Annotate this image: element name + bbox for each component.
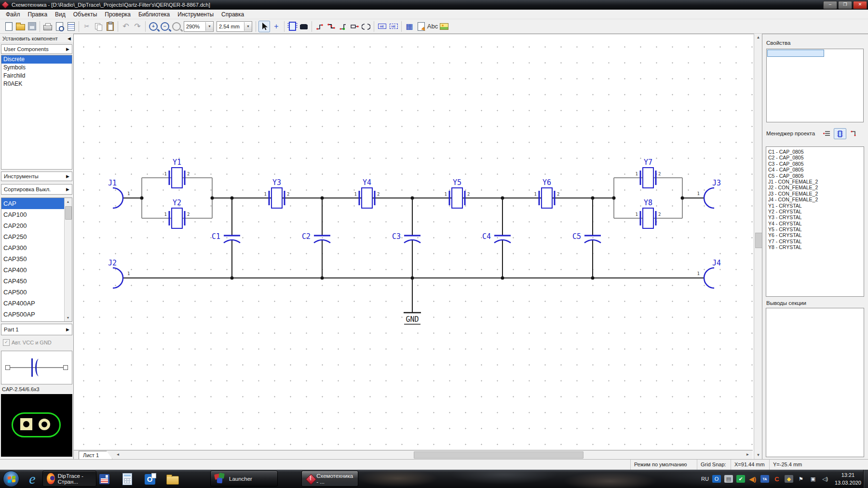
copy-icon[interactable] (93, 21, 104, 32)
sort-selector[interactable]: Сортировка Выкл. ▶ (1, 184, 72, 195)
spreadsheet-icon[interactable]: ▦ (404, 21, 415, 32)
zoom-level-combo-arrow-icon[interactable]: ▼ (205, 22, 213, 31)
project-component-y4[interactable]: Y4 - CRYSTAL (766, 221, 864, 226)
capacitor-C2[interactable]: C2 (302, 198, 330, 278)
crystal-Y6[interactable]: Y612 (534, 178, 560, 208)
connector-J2[interactable]: 1J2 (108, 259, 130, 288)
project-component-y8[interactable]: Y8 - CRYSTAL (766, 244, 864, 250)
zoom-window-icon[interactable] (171, 21, 182, 32)
crystal-Y7[interactable]: Y712 (636, 158, 661, 188)
capacitor-C1[interactable]: C1 (212, 198, 240, 278)
project-component-j4[interactable]: J4 - CON_FEMALE_2 (766, 197, 864, 202)
place-component-tool[interactable] (287, 21, 298, 32)
connection-tool[interactable] (361, 21, 371, 32)
connector-J3[interactable]: 1J3 (697, 179, 721, 208)
taskbar-clock[interactable]: 13:21 13.03.2020 (835, 471, 861, 487)
zoom-out-icon[interactable]: − (160, 21, 170, 32)
project-component-y5[interactable]: Y5 - CRYSTAL (766, 226, 864, 232)
zoom-in-icon[interactable]: + (148, 21, 159, 32)
scroll-down-icon[interactable]: ▼ (65, 314, 71, 321)
place-bus-tool[interactable] (326, 21, 337, 32)
project-component-c5[interactable]: C5 - CAP_0805 (766, 173, 864, 179)
component-list-scrollbar[interactable]: ▲ ▼ (64, 198, 72, 321)
new-document-icon[interactable] (3, 21, 14, 32)
language-indicator[interactable]: RU (701, 476, 709, 482)
component-item-cap250[interactable]: CAP250 (1, 231, 65, 242)
crystal-Y3[interactable]: Y312 (264, 178, 290, 208)
connector-J1[interactable]: 1J1 (108, 179, 130, 208)
project-component-j3[interactable]: J3 - CON_FEMALE_2 (766, 191, 864, 197)
undo-icon[interactable]: ↶ (121, 21, 131, 32)
menu-item-7[interactable]: Инструменты (174, 10, 217, 19)
library-item-fairchild[interactable]: Fairchild (1, 72, 72, 80)
capacitor-C3[interactable]: C3 (392, 198, 420, 278)
vscroll-up-icon[interactable]: ▲ (755, 34, 762, 41)
project-component-y2[interactable]: Y2 - CRYSTAL (766, 209, 864, 214)
project-component-y3[interactable]: Y3 - CRYSTAL (766, 214, 864, 220)
save-icon[interactable] (27, 21, 37, 32)
crystal-Y1[interactable]: Y112 (164, 158, 190, 188)
net-port-tool[interactable] (349, 21, 360, 32)
origin-tool[interactable]: + (271, 21, 282, 32)
taskbar-diptrace-browser-button[interactable]: DipTrace - Стран... (42, 471, 96, 487)
taskbar-outlook-icon[interactable]: O (143, 473, 156, 486)
component-item-cap600ap[interactable]: CAP600AP (1, 320, 65, 322)
menu-item-5[interactable]: Проверка (101, 10, 135, 19)
hscroll-left-icon[interactable]: ◄ (114, 451, 122, 458)
show-desktop-button[interactable] (863, 470, 868, 488)
badge-tray-icon[interactable]: ◆ (785, 475, 793, 483)
ta-tray-icon[interactable]: TA (760, 475, 769, 483)
project-component-y1[interactable]: Y1 - CRYSTAL (766, 203, 864, 209)
menu-item-6[interactable]: Библиотека (135, 10, 174, 19)
project-component-c4[interactable]: C4 - CAP_0805 (766, 167, 864, 172)
maximize-button[interactable]: ❐ (838, 1, 852, 9)
component-item-cap400[interactable]: CAP400 (1, 264, 65, 276)
library-item-r0aek[interactable]: R0AEK (1, 80, 72, 88)
component-item-cap200[interactable]: CAP200 (1, 220, 65, 231)
component-item-cap500[interactable]: CAP500 (1, 287, 65, 298)
project-component-c3[interactable]: C3 - CAP_0805 (766, 161, 864, 167)
menu-item-4[interactable]: Объекты (69, 10, 101, 19)
hscroll-thumb[interactable] (414, 451, 583, 459)
properties-value-input[interactable] (767, 50, 824, 57)
ground-symbol[interactable]: GND (404, 278, 421, 324)
manager-list-view-icon[interactable] (821, 128, 833, 138)
component-item-cap300[interactable]: CAP300 (1, 242, 65, 253)
project-component-y7[interactable]: Y7 - CRYSTAL (766, 238, 864, 244)
find-component-tool[interactable] (298, 21, 309, 32)
grid-step-combo[interactable]: 2.54 mm▼ (217, 21, 252, 32)
component-item-cap500ap[interactable]: CAP500AP (1, 309, 65, 320)
library-group-selector[interactable]: User Components ▶ (1, 44, 72, 54)
crystal-Y4[interactable]: Y412 (354, 178, 380, 208)
open-icon[interactable] (15, 21, 26, 32)
sheet-tab[interactable]: Лист 1 (79, 451, 112, 459)
scrollbar-thumb[interactable] (65, 206, 72, 220)
vscroll-thumb[interactable] (755, 233, 762, 248)
start-button[interactable] (3, 471, 19, 487)
crystal-Y5[interactable]: Y512 (445, 178, 470, 208)
component-item-cap[interactable]: CAP (1, 198, 65, 209)
auto-vcc-checkbox[interactable]: ✓ (3, 339, 10, 346)
component-item-cap100[interactable]: CAP100 (1, 209, 65, 220)
crystal-Y2[interactable]: Y212 (164, 198, 190, 228)
menu-item-1[interactable]: Файл (2, 10, 24, 19)
grid-step-combo-arrow-icon[interactable]: ▼ (244, 22, 252, 31)
print-icon[interactable] (42, 21, 53, 32)
component-item-cap450[interactable]: CAP450 (1, 276, 65, 287)
internet-explorer-icon[interactable]: e (24, 471, 41, 487)
taskbar-explorer-icon[interactable] (166, 473, 179, 486)
speaker-tray-icon[interactable]: ◁) (821, 475, 829, 483)
place-wire-tool[interactable] (314, 21, 325, 32)
menu-item-3[interactable]: Вид (51, 10, 69, 19)
tools-selector[interactable]: Инструменты ▶ (1, 171, 72, 181)
component-item-cap350[interactable]: CAP350 (1, 253, 65, 264)
hierarchy-block-tool[interactable]: HE (388, 21, 399, 32)
ccleaner-tray-icon[interactable]: C (773, 475, 781, 483)
device-tray-icon[interactable]: ▤ (724, 475, 733, 483)
picture-tool[interactable] (439, 21, 449, 32)
menu-item-2[interactable]: Правка (24, 10, 52, 19)
library-item-discrete[interactable]: Discrete (1, 55, 72, 64)
connector-J4[interactable]: 1J4 (697, 259, 721, 288)
canvas-vscrollbar[interactable]: ▲ ▼ (754, 34, 762, 459)
component-item-cap400ap[interactable]: CAP400AP (1, 298, 65, 309)
